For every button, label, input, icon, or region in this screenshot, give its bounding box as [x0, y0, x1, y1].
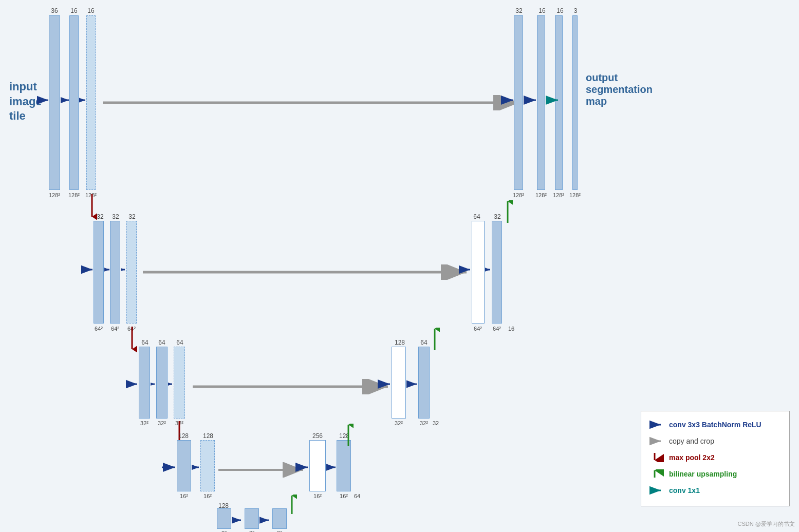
diagram-container: 36 128² 16 128² 16 128² inputimagetile 3…: [0, 0, 799, 532]
label-dec3-a-top: 128: [395, 339, 405, 346]
label-enc1-a-bot: 128²: [49, 192, 60, 198]
output-label: outputsegmentationmap: [586, 72, 653, 107]
fmap-enc3-c: [174, 347, 185, 419]
fmap-enc4-a: [177, 440, 191, 491]
label-enc3-b-top: 64: [158, 339, 165, 346]
legend: conv 3x3 BatchNorm ReLU copy and crop ma…: [641, 411, 790, 506]
label-bot-c-bot: 8²: [277, 530, 282, 532]
fmap-dec4-b: [337, 440, 351, 491]
legend-conv1x1: conv 1x1: [649, 483, 781, 498]
arrow-dec1-in: [501, 95, 516, 105]
fmap-dec2-a: [472, 221, 485, 324]
fmap-dec3-b: [418, 347, 430, 419]
fmap-bot-a: [217, 508, 231, 529]
label-enc3-a-bot: 32²: [140, 420, 148, 426]
label-enc3-b-bot: 32²: [158, 420, 166, 426]
label-enc1-c-top: 16: [87, 7, 94, 14]
arrow-dec1-ab: [524, 95, 539, 105]
arrow-enc2-bc: [121, 264, 128, 275]
legend-conv-label: conv 3x3 BatchNorm ReLU: [669, 417, 761, 432]
label-enc2-b-bot: 64²: [111, 326, 119, 332]
legend-maxpool-label: max pool 2x2: [669, 450, 715, 465]
label-dec1-a-top: 32: [515, 7, 522, 14]
label-dec1-b-bot: 128²: [535, 192, 547, 198]
legend-conv1x1-label: conv 1x1: [669, 483, 700, 498]
label-dec1-d-bot: 128²: [569, 192, 581, 198]
label-enc4-b-top: 128: [203, 432, 213, 440]
copy-arrow-2: [143, 264, 472, 280]
arrow-bot-ab: [232, 515, 244, 525]
fmap-enc3-b: [156, 347, 168, 419]
label-dec4-a-bot: 16²: [313, 493, 322, 499]
arrow-dec3-ab: [406, 379, 420, 389]
bilinear-3: [430, 328, 440, 353]
label-enc4-a-bot: 16²: [180, 493, 188, 499]
arrow-dec2-in: [459, 264, 473, 275]
arrow-enc2-in: [81, 264, 96, 275]
label-enc2-b-top: 32: [112, 213, 119, 220]
label-dec2-b-bot: 64²: [493, 326, 501, 332]
fmap-bot-c: [272, 508, 287, 529]
arrow-dec1-teal: [546, 95, 561, 105]
legend-conv: conv 3x3 BatchNorm ReLU: [649, 417, 781, 432]
copy-arrow-1: [103, 95, 524, 110]
arrow-dec3-in: [378, 379, 393, 389]
label-dec4-c-bot: 64: [354, 493, 360, 499]
arrow-bot-bc: [259, 515, 272, 525]
fmap-enc2-c: [126, 221, 137, 324]
label-dec3-a-bot: 32²: [395, 420, 403, 426]
arrow-enc1-ab: [61, 95, 72, 105]
arrow-enc2-ab: [104, 264, 113, 275]
label-enc4-a-top: 128: [178, 432, 189, 440]
arrow-enc4-ab: [192, 462, 202, 472]
arrow-enc3-in: [126, 379, 140, 389]
label-enc1-a-top: 36: [51, 7, 58, 14]
label-enc1-b-bot: 128²: [68, 192, 80, 198]
legend-maxpool: max pool 2x2: [649, 450, 781, 465]
label-dec3-c-bot: 32: [433, 420, 439, 426]
maxpool-1: [87, 194, 97, 220]
fmap-enc4-b: [200, 440, 215, 491]
label-dec2-a-top: 64: [473, 213, 480, 220]
label-bot-b-bot: 8²: [249, 530, 254, 532]
label-dec3-b-top: 64: [420, 339, 427, 346]
arrow-enc3-bc: [168, 379, 175, 389]
label-dec1-c-top: 16: [556, 7, 563, 14]
label-enc2-a-top: 32: [97, 213, 103, 220]
fmap-dec3-a: [392, 347, 406, 419]
copy-arrow-4: [218, 462, 308, 478]
arrow-enc1-bc: [79, 95, 88, 105]
label-enc3-a-top: 64: [141, 339, 148, 346]
legend-bilinear: bilinear upsampling: [649, 467, 781, 481]
label-dec1-c-bot: 128²: [553, 192, 564, 198]
arrow-enc4-in: [162, 462, 178, 472]
label-enc3-c-top: 64: [176, 339, 183, 346]
legend-copy-label: copy and crop: [669, 434, 714, 448]
arrow-enc1-in1: [37, 95, 51, 105]
label-dec3-b-bot: 32²: [420, 420, 428, 426]
maxpool-2: [127, 327, 137, 352]
bilinear-2: [503, 200, 513, 226]
label-enc1-b-top: 16: [70, 7, 77, 14]
label-enc4-b-bot: 16²: [203, 493, 212, 499]
legend-bilinear-label: bilinear upsampling: [669, 467, 737, 481]
label-dec2-a-bot: 64²: [474, 326, 482, 332]
fmap-dec1-d: [572, 15, 578, 190]
fmap-dec2-b: [492, 221, 502, 324]
label-dec2-b-top: 32: [494, 213, 500, 220]
fmap-bot-b: [245, 508, 259, 529]
label-dec4-a-top: 256: [312, 432, 323, 440]
bilinear-bot: [287, 495, 297, 515]
bilinear-4: [343, 424, 354, 447]
label-dec1-a-bot: 128²: [513, 192, 524, 198]
arrow-dec4-ab: [326, 462, 339, 472]
watermark: CSDN @爱学习的书文: [738, 520, 795, 528]
legend-copy: copy and crop: [649, 434, 781, 448]
label-dec1-d-top: 3: [574, 7, 578, 14]
label-bot-a-bot: 8²: [221, 530, 227, 532]
label-enc2-a-bot: 64²: [95, 326, 103, 332]
label-dec1-b-top: 16: [538, 7, 545, 14]
label-dec2-c-bot: 16: [508, 326, 514, 332]
arrow-dec2-ab: [485, 264, 493, 275]
arrow-dec4-in: [295, 462, 311, 472]
